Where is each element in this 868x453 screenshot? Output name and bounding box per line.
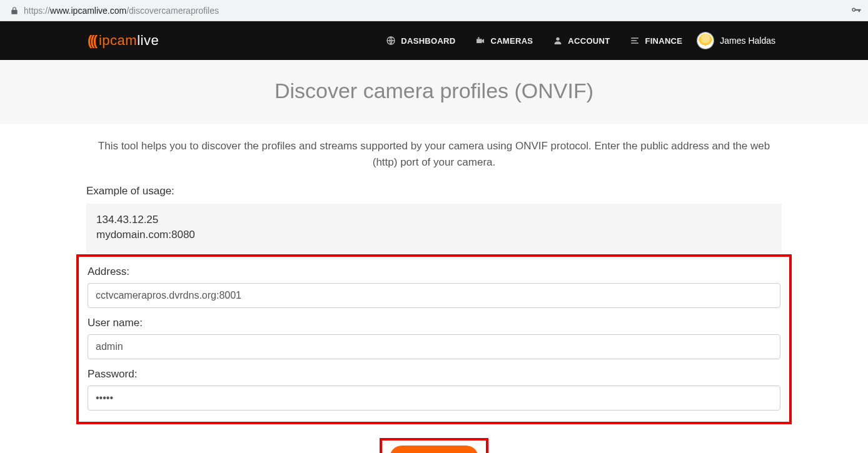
lock-icon xyxy=(10,6,19,15)
user-name: James Haldas xyxy=(720,36,775,46)
url-display[interactable]: https://www.ipcamlive.com/discovercamera… xyxy=(6,4,844,17)
password-input[interactable] xyxy=(88,386,780,411)
address-label: Address: xyxy=(88,266,780,278)
nav-user[interactable]: James Haldas xyxy=(692,32,780,49)
key-icon[interactable] xyxy=(850,5,862,16)
example-line: 134.43.12.25 xyxy=(96,212,772,228)
discover-highlight-box: Discover xyxy=(380,438,488,453)
svg-rect-2 xyxy=(478,37,480,39)
username-input[interactable] xyxy=(88,334,780,359)
address-input[interactable] xyxy=(88,283,780,308)
main-container: This tool helps you to discover the prof… xyxy=(86,124,782,453)
user-icon xyxy=(553,36,563,46)
browser-address-bar: https://www.ipcamlive.com/discovercamera… xyxy=(0,0,868,21)
url-text: https://www.ipcamlive.com/discovercamera… xyxy=(24,6,219,16)
password-label: Password: xyxy=(88,368,780,381)
page-title: Discover camera profiles (ONVIF) xyxy=(0,79,868,103)
avatar xyxy=(697,32,714,49)
example-box: 134.43.12.25 mydomain.com:8080 xyxy=(86,204,782,253)
brand-logo[interactable]: ((( ipcamlive xyxy=(88,32,159,49)
example-label: Example of usage: xyxy=(86,185,782,197)
nav-finance[interactable]: FINANCE xyxy=(620,36,692,46)
discover-button-area: Discover xyxy=(86,438,782,453)
username-label: User name: xyxy=(88,317,780,329)
top-navbar: ((( ipcamlive DASHBOARD CAMERAS ACCOUNT … xyxy=(0,21,868,60)
discover-button[interactable]: Discover xyxy=(390,446,478,453)
intro-text: This tool helps you to discover the prof… xyxy=(86,138,782,171)
page-header: Discover camera profiles (ONVIF) xyxy=(0,60,868,124)
svg-rect-1 xyxy=(477,39,482,43)
globe-icon xyxy=(386,36,396,46)
nav-label: CAMERAS xyxy=(490,36,533,46)
example-line: mydomain.com:8080 xyxy=(96,227,772,243)
nav-account[interactable]: ACCOUNT xyxy=(543,36,620,46)
nav-label: DASHBOARD xyxy=(401,36,455,46)
logo-waves-icon: ((( xyxy=(88,32,96,49)
nav-label: FINANCE xyxy=(645,36,682,46)
svg-point-3 xyxy=(557,37,560,41)
camera-icon xyxy=(475,36,485,46)
nav-dashboard[interactable]: DASHBOARD xyxy=(376,36,465,46)
form-highlight-box: Address: User name: Password: xyxy=(76,254,792,424)
list-icon xyxy=(630,36,640,46)
nav-cameras[interactable]: CAMERAS xyxy=(465,36,543,46)
nav-label: ACCOUNT xyxy=(568,36,610,46)
